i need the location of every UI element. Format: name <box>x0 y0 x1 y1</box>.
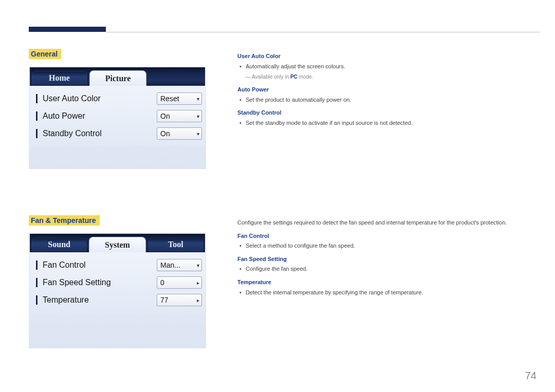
tab-label: System <box>105 240 130 250</box>
row-marker-icon <box>36 295 38 305</box>
dropdown-value: On <box>160 112 170 120</box>
row-marker-icon <box>36 278 38 287</box>
setting-label: Fan Control <box>43 260 153 270</box>
tab-home[interactable]: Home <box>31 70 88 86</box>
section-title-fan: Fan & Temperature <box>29 215 100 226</box>
page-header <box>29 27 540 37</box>
setting-label: Temperature <box>43 295 153 305</box>
general-settings-panel: Home Picture User Auto Color Reset ▾ Aut… <box>29 66 206 169</box>
dropdown-auto-power[interactable]: On ▾ <box>157 110 202 122</box>
desc-note: ―Available only in PC mode. <box>237 73 526 81</box>
section-fan-descriptions: Configure the settings required to detec… <box>237 215 526 348</box>
note-text: Available only in <box>252 74 290 80</box>
dropdown-standby-control[interactable]: On ▾ <box>157 127 202 140</box>
tab-label: Tool <box>168 240 183 249</box>
desc-heading-temperature: Temperature <box>237 278 526 287</box>
stepper-fan-speed[interactable]: 0 ▸ <box>157 276 202 289</box>
dropdown-value: On <box>160 129 170 138</box>
desc-heading-fan-speed: Fan Speed Setting <box>237 255 526 264</box>
desc-bullet: Set the product to automatically power o… <box>246 96 526 105</box>
chevron-down-icon: ▾ <box>197 96 199 102</box>
tab-system[interactable]: System <box>89 237 145 252</box>
desc-heading-fan-control: Fan Control <box>237 232 526 241</box>
setting-row-standby-control: Standby Control On ▾ <box>33 125 202 142</box>
section-fan-left: Fan & Temperature Sound System Tool Fan … <box>29 215 209 348</box>
tab-label: Sound <box>48 240 70 249</box>
chevron-right-icon: ▸ <box>197 280 199 286</box>
section-general-left: General Home Picture User Auto Color Res… <box>29 49 209 215</box>
stepper-value: 77 <box>160 296 169 304</box>
tab-picture[interactable]: Picture <box>89 70 146 86</box>
row-marker-icon <box>36 260 38 270</box>
settings-list-fan: Fan Control Man... ▾ Fan Speed Setting 0… <box>30 252 205 313</box>
note-dash-icon: ― <box>246 74 251 80</box>
stepper-value: 0 <box>160 278 164 287</box>
row-marker-icon <box>36 94 38 103</box>
chevron-down-icon: ▾ <box>197 114 199 119</box>
setting-row-auto-power: Auto Power On ▾ <box>33 107 202 125</box>
tab-sound[interactable]: Sound <box>31 237 87 252</box>
setting-label: User Auto Color <box>43 94 153 103</box>
setting-row-fan-control: Fan Control Man... ▾ <box>33 256 202 274</box>
setting-row-user-auto-color: User Auto Color Reset ▾ <box>33 90 202 107</box>
page-number: 74 <box>525 370 536 382</box>
desc-bullet: Detect the internal temperature by speci… <box>246 288 526 297</box>
chevron-down-icon: ▾ <box>197 263 199 268</box>
header-divider <box>106 32 540 32</box>
tab-label: Picture <box>105 74 131 83</box>
dropdown-value: Reset <box>160 95 179 103</box>
stepper-temperature[interactable]: 77 ▸ <box>157 294 202 306</box>
desc-bullet: Select a method to configure the fan spe… <box>246 241 526 251</box>
tabbar-general: Home Picture <box>30 67 205 86</box>
row-marker-icon <box>36 129 38 138</box>
page-content: General Home Picture User Auto Color Res… <box>29 49 526 348</box>
desc-bullet: Set the standby mode to activate if an i… <box>246 119 526 128</box>
setting-row-temperature: Temperature 77 ▸ <box>33 291 202 309</box>
settings-list-general: User Auto Color Reset ▾ Auto Power On ▾ <box>30 86 205 146</box>
dropdown-user-auto-color[interactable]: Reset ▾ <box>157 92 202 105</box>
tabbar-fan: Sound System Tool <box>30 234 205 252</box>
chevron-down-icon: ▾ <box>197 131 199 137</box>
desc-bullet: Automatically adjust the screen colours. <box>246 62 526 71</box>
chevron-right-icon: ▸ <box>197 297 199 303</box>
section-general-descriptions: User Auto Color Automatically adjust the… <box>237 49 526 215</box>
note-highlight: PC <box>290 74 298 80</box>
note-text: mode. <box>298 74 313 80</box>
dropdown-value: Man... <box>160 261 180 269</box>
setting-label: Auto Power <box>43 111 153 121</box>
fan-settings-panel: Sound System Tool Fan Control Man... ▾ F… <box>29 233 206 348</box>
tab-tool[interactable]: Tool <box>147 237 204 252</box>
dropdown-fan-control[interactable]: Man... ▾ <box>157 259 202 271</box>
setting-label: Fan Speed Setting <box>43 278 153 287</box>
setting-label: Standby Control <box>43 129 153 138</box>
section-intro: Configure the settings required to detec… <box>237 218 526 228</box>
desc-heading-standby-control: Standby Control <box>237 108 526 118</box>
desc-heading-auto-power: Auto Power <box>237 85 526 95</box>
desc-bullet: Configure the fan speed. <box>246 265 526 274</box>
header-accent-bar <box>29 27 106 32</box>
row-marker-icon <box>36 111 38 121</box>
section-title-general: General <box>29 49 61 59</box>
setting-row-fan-speed: Fan Speed Setting 0 ▸ <box>33 274 202 291</box>
desc-heading-user-auto-color: User Auto Color <box>237 52 526 61</box>
tab-label: Home <box>49 73 70 83</box>
